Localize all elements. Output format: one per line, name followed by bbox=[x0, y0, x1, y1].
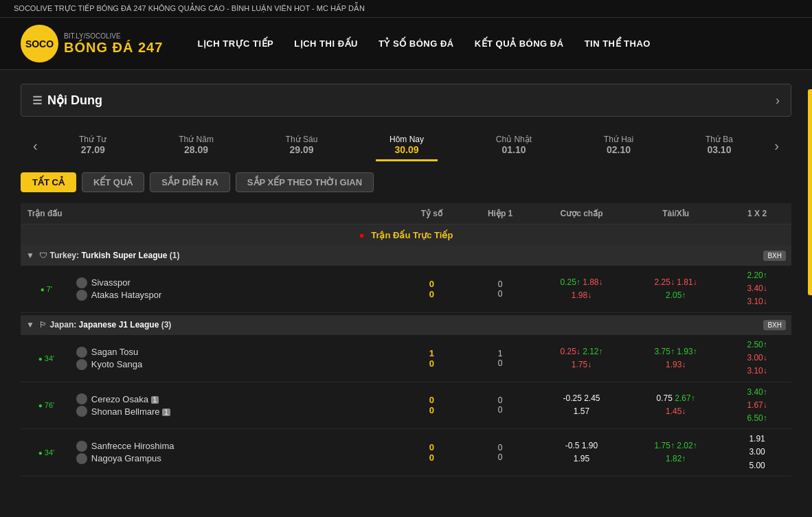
score-home-cerezo: 0 bbox=[402, 395, 462, 405]
score-home-sanfrecce: 0 bbox=[402, 442, 462, 452]
nav-tin-the-thao[interactable]: TIN THỂ THAO bbox=[585, 38, 651, 49]
team-cell-sanfrecce: Sanfrecce Hiroshima Nagoya Grampus bbox=[72, 429, 398, 476]
filter-sap-dien-ra[interactable]: SẮP DIỄN RA bbox=[150, 172, 230, 192]
filter-tat-ca[interactable]: TẤT CẢ bbox=[21, 172, 76, 192]
match-row: ● 7' Sivasspor Atakas Hatayspor 0 0 bbox=[21, 266, 791, 312]
th-cuocchap: Cược chấp bbox=[534, 203, 629, 225]
date-thu-sau[interactable]: Thứ Sáu 29.09 bbox=[272, 130, 332, 161]
league-name-turkey: Turkey: Turkish Super League (1) bbox=[50, 251, 180, 260]
match-row-cerezo: ● 76' Cerezo Osaka 1 Shonan Bellmare 1 0… bbox=[21, 382, 791, 429]
league-chevron-turkey[interactable]: ▼ bbox=[26, 251, 34, 260]
match-row-sagan: ● 34' Sagan Tosu Kyoto Sanga 1 0 bbox=[21, 335, 791, 382]
team-name-home: Sivasspor bbox=[91, 277, 131, 288]
team-cell-cerezo: Cerezo Osaka 1 Shonan Bellmare 1 bbox=[72, 382, 398, 429]
team-logo-nagoya bbox=[76, 453, 87, 464]
h1-cell: 0 0 bbox=[466, 266, 534, 312]
onex2-sanfrecce: 1.91 3.00 5.00 bbox=[723, 429, 791, 476]
score-home: 0 bbox=[402, 279, 462, 289]
team-logo-hatayspor bbox=[76, 290, 87, 301]
team-name-shonan: Shonan Bellmare 1 bbox=[91, 406, 170, 417]
team-name-nagoya: Nagoya Grampus bbox=[91, 453, 161, 463]
date-hom-nay[interactable]: Hôm Nay 30.09 bbox=[376, 130, 438, 161]
date-next-button[interactable]: › bbox=[769, 135, 785, 157]
score-home-sagan: 1 bbox=[402, 348, 462, 358]
th-onex2: 1 X 2 bbox=[723, 203, 791, 225]
team-logo-kyoto bbox=[76, 359, 87, 370]
score-cell: 0 0 bbox=[398, 266, 466, 312]
team-logo-sanfrecce bbox=[76, 441, 87, 452]
match-time-cerezo: ● 76' bbox=[21, 382, 72, 429]
team-name-sagan: Sagan Tosu bbox=[91, 347, 138, 357]
score-away-sagan: 0 bbox=[402, 358, 462, 369]
menu-icon: ☰ bbox=[32, 94, 42, 107]
taixiu-cell: 2.25↓ 1.81↓ 2.05↑ bbox=[629, 266, 723, 312]
logo-bongda: BÓNG ĐÁ 247 bbox=[64, 40, 163, 56]
noi-dung-arrow[interactable]: › bbox=[776, 93, 780, 108]
date-thu-nam[interactable]: Thứ Năm 28.09 bbox=[165, 130, 227, 161]
bxh-btn-japan[interactable]: BXH bbox=[763, 320, 786, 330]
match-time-sanfrecce: ● 34' bbox=[21, 429, 72, 476]
score-away-cerezo: 0 bbox=[402, 405, 462, 415]
league-row-japan: ▼ 🏳 Japan: Japanese J1 League (3) BXH bbox=[21, 315, 791, 335]
shield-icon: 🛡 bbox=[39, 251, 47, 260]
team-name-kyoto: Kyoto Sanga bbox=[91, 359, 142, 369]
onex2-cell: 2.20↑ 3.40↓ 3.10↓ bbox=[723, 266, 791, 312]
date-thu-hai[interactable]: Thứ Hai 02.10 bbox=[590, 130, 647, 161]
date-chu-nhat[interactable]: Chủ Nhật 01.10 bbox=[482, 130, 545, 161]
japan-flag-icon: 🏳 bbox=[39, 320, 47, 330]
filter-sap-xep[interactable]: SẮP XẾP THEO THỜI GIAN bbox=[236, 172, 374, 192]
nav-ket-qua[interactable]: KẾT QUẢ BÓNG ĐÁ bbox=[475, 38, 564, 49]
th-taixiu: Tài/Xỉu bbox=[629, 203, 723, 225]
chap-sagan: 0.25↓ 2.12↑ 1.75↓ bbox=[534, 335, 629, 382]
score-cell-sanfrecce: 0 0 bbox=[398, 429, 466, 476]
h1-cerezo: 0 0 bbox=[466, 382, 534, 429]
team-logo-sagan bbox=[76, 347, 87, 358]
date-navigation: ‹ Thứ Tư 27.09 Thứ Năm 28.09 Thứ Sáu 29.… bbox=[21, 130, 791, 161]
header: SOCO BIT.LY/SOCOLIVE BÓNG ĐÁ 247 LỊCH TR… bbox=[0, 18, 812, 70]
nav-lich-thi-dau[interactable]: LỊCH THI ĐẤU bbox=[294, 38, 358, 49]
league-row-turkey: ▼ 🛡 Turkey: Turkish Super League (1) BXH bbox=[21, 246, 791, 266]
onex2-cerezo: 3.40↑ 1.67↓ 6.50↑ bbox=[723, 382, 791, 429]
match-row-sanfrecce: ● 34' Sanfrecce Hiroshima Nagoya Grampus… bbox=[21, 429, 791, 476]
score-cell-sagan: 1 0 bbox=[398, 335, 466, 382]
date-thu-tu[interactable]: Thứ Tư 27.09 bbox=[65, 130, 120, 161]
nav-ty-so[interactable]: TỶ SỐ BÓNG ĐÁ bbox=[379, 38, 454, 49]
team-name-cerezo: Cerezo Osaka 1 bbox=[91, 394, 159, 404]
chap-sanfrecce: -0.5 1.90 1.95 bbox=[534, 429, 629, 476]
live-dot: ● bbox=[359, 230, 365, 240]
team-cell-sagan: Sagan Tosu Kyoto Sanga bbox=[72, 335, 398, 382]
league-name-japan: Japan: Japanese J1 League (3) bbox=[50, 320, 172, 330]
score-cell-cerezo: 0 0 bbox=[398, 382, 466, 429]
team-logo-sivasspor bbox=[76, 277, 87, 288]
bxh-btn-turkey[interactable]: BXH bbox=[763, 251, 786, 261]
team-cell: Sivasspor Atakas Hatayspor bbox=[72, 266, 398, 312]
logo-icon: SOCO bbox=[21, 25, 58, 62]
noi-dung-title: Nội Dung bbox=[47, 93, 102, 108]
date-thu-ba[interactable]: Thứ Ba 03.10 bbox=[692, 130, 747, 161]
h1-sanfrecce: 0 0 bbox=[466, 429, 534, 476]
live-section-header: ● Trận Đấu Trực Tiếp bbox=[21, 225, 791, 246]
team-name-sanfrecce: Sanfrecce Hiroshima bbox=[91, 441, 174, 451]
noi-dung-box: ☰ Nội Dung › bbox=[21, 84, 791, 117]
team-logo-shonan bbox=[76, 406, 87, 417]
team-logo-cerezo bbox=[76, 393, 87, 404]
th-hiep1: Hiệp 1 bbox=[466, 203, 534, 225]
live-section-title: Trận Đấu Trực Tiếp bbox=[371, 230, 453, 240]
th-match: Trận đấu bbox=[21, 203, 72, 225]
filter-ket-qua[interactable]: KẾT QUẢ bbox=[82, 172, 144, 192]
date-prev-button[interactable]: ‹ bbox=[27, 135, 43, 157]
taixiu-sagan: 3.75↑ 1.93↑ 1.93↓ bbox=[629, 335, 723, 382]
nav-lich-truc-tiep[interactable]: LỊCH TRỰC TIẾP bbox=[197, 38, 273, 49]
h1-sagan: 1 0 bbox=[466, 335, 534, 382]
logo: SOCO BIT.LY/SOCOLIVE BÓNG ĐÁ 247 bbox=[21, 25, 163, 62]
score-away: 0 bbox=[402, 289, 462, 299]
match-time-sagan: ● 34' bbox=[21, 335, 72, 382]
right-accent-bar bbox=[808, 89, 812, 295]
taixiu-sanfrecce: 1.75↑ 2.02↑ 1.82↑ bbox=[629, 429, 723, 476]
taixiu-cerezo: 0.75 2.67↑ 1.45↓ bbox=[629, 382, 723, 429]
filter-buttons: TẤT CẢ KẾT QUẢ SẮP DIỄN RA SẮP XẾP THEO … bbox=[21, 172, 791, 192]
date-items: Thứ Tư 27.09 Thứ Năm 28.09 Thứ Sáu 29.09… bbox=[43, 130, 769, 161]
league-chevron-japan[interactable]: ▼ bbox=[26, 320, 34, 330]
matches-table: Trận đấu Tỷ số Hiệp 1 Cược chấp Tài/Xỉu … bbox=[21, 203, 791, 476]
th-match-spacer bbox=[72, 203, 398, 225]
